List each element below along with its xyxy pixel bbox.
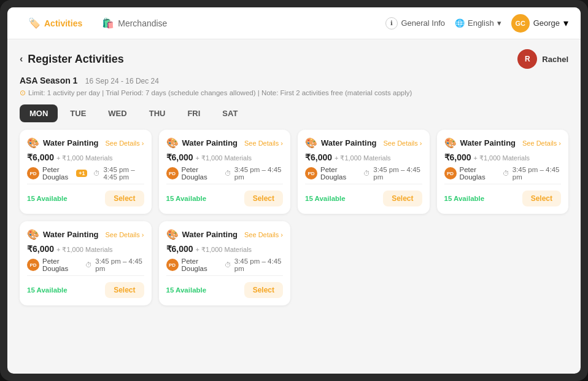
main-content: ‹ Register Activities R Rachel ASA Seaso…	[7, 39, 581, 374]
see-details-link[interactable]: See Details ›	[384, 139, 422, 147]
instructor-name: Peter Douglas	[182, 166, 219, 181]
nav-tab-merchandise[interactable]: 🛍️ Merchandise	[93, 12, 176, 34]
divider	[166, 275, 284, 276]
card-time: 3:45 pm – 4:45 pm	[373, 166, 422, 181]
card-title-row: 🎨 Water Painting	[305, 137, 377, 149]
activity-card: 🎨 Water Painting See Details › ₹6,000 + …	[159, 221, 291, 305]
card-instructor: PD Peter Douglas ⏱ 3:45 pm – 4:45 pm	[166, 257, 284, 272]
card-title: Water Painting	[321, 138, 377, 147]
activity-card: 🎨 Water Painting See Details › ₹6,000 + …	[20, 130, 152, 214]
select-button[interactable]: Select	[105, 282, 144, 298]
instructor-avatar: PD	[27, 167, 39, 179]
available-count: 15	[166, 195, 174, 202]
day-tabs: MON TUE WED THU FRI SAT	[20, 104, 568, 122]
card-time: 3:45 pm – 4:45 pm	[103, 166, 144, 181]
page-title: Register Activities	[28, 53, 123, 66]
day-tab-thu[interactable]: THU	[139, 104, 176, 122]
instructor-name: Peter Douglas	[320, 166, 357, 181]
day-tab-sat[interactable]: SAT	[212, 104, 247, 122]
available-count: 15	[444, 195, 452, 202]
available-count: 15	[166, 286, 174, 294]
card-header: 🎨 Water Painting See Details ›	[166, 137, 284, 149]
instructor-badge: +1	[76, 170, 87, 177]
nav-tab-activities[interactable]: 🏷️ Activities	[20, 12, 91, 34]
select-button[interactable]: Select	[244, 282, 283, 298]
language-selector[interactable]: 🌐 English ▾	[455, 18, 501, 28]
activities-icon: 🏷️	[28, 17, 41, 29]
card-price: ₹6,000 + ₹1,000 Materials	[166, 152, 284, 162]
card-title-row: 🎨 Water Painting	[166, 229, 238, 240]
clock-icon: ⏱	[503, 170, 509, 177]
instructor-name: Peter Douglas	[182, 257, 219, 272]
price-suffix: + ₹1,000 Materials	[56, 246, 113, 253]
rachel-avatar: R	[517, 49, 537, 69]
price-suffix: + ₹1,000 Materials	[56, 154, 113, 162]
card-instructor: PD Peter Douglas +1 ⏱ 3:45 pm – 4:45 pm	[27, 166, 144, 181]
card-instructor: PD Peter Douglas ⏱ 3:45 pm – 4:45 pm	[444, 166, 562, 181]
available-count: 15	[27, 195, 35, 202]
clock-icon: ⏱	[93, 170, 100, 177]
see-details-link[interactable]: See Details ›	[244, 139, 283, 147]
globe-icon: 🌐	[455, 18, 465, 28]
day-tab-fri[interactable]: FRI	[177, 104, 210, 122]
screen: 🏷️ Activities 🛍️ Merchandise ℹ General I…	[7, 7, 581, 374]
card-instructor: PD Peter Douglas ⏱ 3:45 pm – 4:45 pm	[27, 257, 144, 272]
paint-icon: 🎨	[27, 229, 39, 240]
available-count: 15	[305, 195, 313, 202]
card-price: ₹6,000 + ₹1,000 Materials	[305, 152, 422, 162]
available-badge: 15 Available	[305, 195, 346, 202]
instructor-avatar: PD	[27, 259, 39, 271]
cards-row-2: 🎨 Water Painting See Details › ₹6,000 + …	[20, 221, 568, 305]
select-button[interactable]: Select	[244, 190, 283, 206]
day-tab-mon[interactable]: MON	[20, 104, 58, 122]
clock-icon: ⏱	[85, 261, 92, 269]
card-price: ₹6,000 + ₹1,000 Materials	[444, 152, 562, 162]
day-tab-tue[interactable]: TUE	[60, 104, 96, 122]
see-details-link[interactable]: See Details ›	[106, 231, 144, 238]
nav-right: ℹ General Info 🌐 English ▾ GC George ▾	[385, 14, 568, 33]
paint-icon: 🎨	[166, 137, 179, 149]
card-title-row: 🎨 Water Painting	[27, 137, 99, 149]
clock-icon: ⏱	[225, 170, 231, 177]
instructor-avatar: PD	[166, 167, 179, 179]
card-time: 3:45 pm – 4:45 pm	[234, 166, 283, 181]
card-footer: 15 Available Select	[444, 190, 562, 206]
activity-card: 🎨 Water Painting See Details › ₹6,000 + …	[20, 221, 152, 305]
select-button[interactable]: Select	[383, 190, 422, 206]
see-details-link[interactable]: See Details ›	[106, 139, 144, 147]
activity-card: 🎨 Water Painting See Details › ₹6,000 + …	[437, 130, 569, 214]
season-dates: 16 Sep 24 - 16 Dec 24	[85, 77, 159, 85]
user-menu-button[interactable]: GC George ▾	[511, 14, 568, 33]
divider	[305, 184, 422, 184]
price-suffix: + ₹1,000 Materials	[195, 154, 252, 162]
card-time: 3:45 pm – 4:45 pm	[513, 166, 561, 181]
see-details-link[interactable]: See Details ›	[244, 231, 283, 238]
divider	[27, 275, 144, 276]
user-avatar: GC	[511, 14, 530, 33]
instructor-name: Peter Douglas	[42, 166, 73, 181]
register-header: ‹ Register Activities R Rachel	[20, 49, 568, 69]
price-suffix: + ₹1,000 Materials	[335, 154, 391, 162]
card-footer: 15 Available Select	[305, 190, 422, 206]
select-button[interactable]: Select	[522, 190, 561, 206]
select-button[interactable]: Select	[105, 190, 144, 206]
card-header: 🎨 Water Painting See Details ›	[444, 137, 562, 149]
back-button[interactable]: ‹	[20, 53, 23, 65]
chevron-down-icon: ▾	[563, 17, 568, 29]
card-time: 3:45 pm – 4:45 pm	[95, 257, 144, 272]
cards-row-1: 🎨 Water Painting See Details › ₹6,000 + …	[20, 130, 568, 214]
card-title: Water Painting	[460, 138, 516, 147]
instructor-avatar: PD	[166, 259, 179, 271]
card-header: 🎨 Water Painting See Details ›	[27, 137, 144, 149]
day-tab-wed[interactable]: WED	[98, 104, 136, 122]
register-title-row: ‹ Register Activities	[20, 53, 124, 66]
card-footer: 15 Available Select	[166, 190, 284, 206]
price-suffix: + ₹1,000 Materials	[473, 154, 530, 162]
see-details-link[interactable]: See Details ›	[522, 139, 561, 147]
card-footer: 15 Available Select	[166, 282, 284, 298]
instructor-name: Peter Douglas	[460, 166, 497, 181]
info-icon: ℹ	[385, 17, 398, 29]
activity-card: 🎨 Water Painting See Details › ₹6,000 + …	[298, 130, 430, 214]
info-icon-small: ⊙	[20, 88, 26, 97]
general-info-button[interactable]: ℹ General Info	[385, 17, 445, 29]
